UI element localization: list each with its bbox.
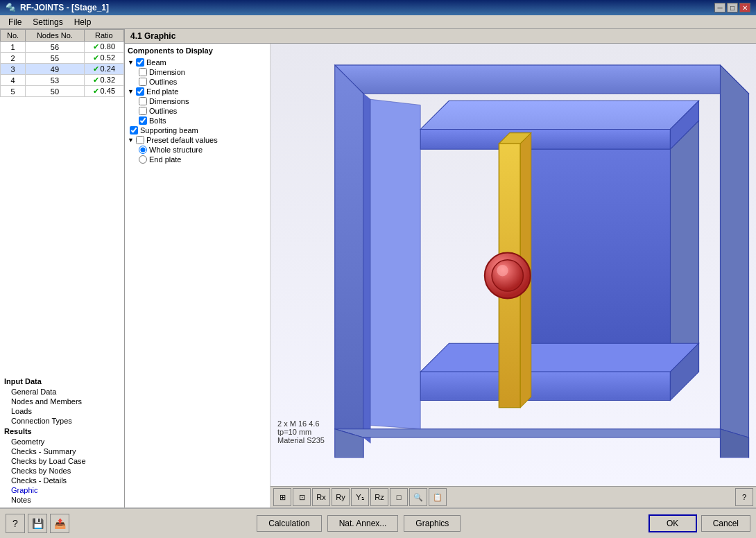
bolts-item[interactable]: Bolts xyxy=(128,116,267,125)
endplate-outlines-item[interactable]: Outlines xyxy=(128,106,267,116)
supporting-beam-checkbox[interactable] xyxy=(130,126,138,134)
table-row[interactable]: 5 50 ✔0.45 xyxy=(1,86,124,97)
end-plate-radio-item[interactable]: End plate xyxy=(128,155,267,164)
endplate-dimensions-item[interactable]: Dimensions xyxy=(128,96,267,106)
info-line3: Material S235 xyxy=(277,436,325,444)
table-row[interactable]: 4 53 ✔0.32 xyxy=(1,75,124,86)
preset-item[interactable]: ▼ Preset default values xyxy=(128,135,267,145)
nav-nodes-members[interactable]: Nodes and Members xyxy=(0,397,124,406)
svg-marker-1 xyxy=(335,65,363,458)
toolbar-btn-6[interactable]: Rz xyxy=(370,488,388,506)
endplate-item[interactable]: ▼ End plate xyxy=(128,87,267,96)
cell-node: 49 xyxy=(26,64,84,75)
preset-expand: ▼ xyxy=(128,137,134,144)
nav-general-data[interactable]: General Data xyxy=(0,387,124,397)
beam-outlines-item[interactable]: Outlines xyxy=(128,77,267,87)
nav-loads[interactable]: Loads xyxy=(0,406,124,416)
beam-item[interactable]: ▼ Beam xyxy=(128,58,267,67)
beam-outlines-checkbox[interactable] xyxy=(139,78,147,86)
menu-settings[interactable]: Settings xyxy=(27,16,68,28)
graphics-button[interactable]: Graphics xyxy=(404,515,461,532)
toolbar-btn-2[interactable]: ⊡ xyxy=(293,488,311,506)
toolbar-btn-7[interactable]: □ xyxy=(390,488,408,506)
toolbar-btn-4[interactable]: Ry xyxy=(332,488,350,506)
input-data-label: Input Data xyxy=(0,376,124,387)
svg-marker-11 xyxy=(670,121,698,372)
graphic-area: 2 x M 16 4.6 tp=10 mm Material S235 ⊞ ⊡ … xyxy=(270,44,756,507)
nav-notes[interactable]: Notes xyxy=(0,495,124,505)
toolbar-btn-help[interactable]: ? xyxy=(735,488,753,506)
nav-checks-nodes[interactable]: Checks by Nodes xyxy=(0,466,124,476)
beam-checkbox[interactable] xyxy=(136,58,144,67)
toolbar-btn-1[interactable]: ⊞ xyxy=(273,488,291,506)
close-button[interactable]: ✕ xyxy=(739,3,750,12)
whole-structure-label: Whole structure xyxy=(149,146,203,154)
supporting-beam-label: Supporting beam xyxy=(140,126,198,134)
components-title: Components to Display xyxy=(128,46,267,55)
svg-point-21 xyxy=(497,265,508,276)
nat-annex-button[interactable]: Nat. Annex... xyxy=(327,515,399,532)
cell-node: 55 xyxy=(26,53,84,64)
calculation-button[interactable]: Calculation xyxy=(257,515,321,532)
svg-marker-2 xyxy=(720,65,748,458)
whole-structure-item[interactable]: Whole structure xyxy=(128,145,267,155)
beam-dimension-checkbox[interactable] xyxy=(139,68,147,76)
window-title: RF-JOINTS - [Stage_1] xyxy=(20,3,109,12)
right-panel: 4.1 Graphic Components to Display ▼ Beam… xyxy=(125,29,756,507)
toolbar-btn-3[interactable]: Rx xyxy=(312,488,330,506)
info-line1: 2 x M 16 4.6 xyxy=(277,419,325,428)
toolbar-btn-5[interactable]: Y₁ xyxy=(351,488,369,506)
components-panel: Components to Display ▼ Beam Dimension O… xyxy=(125,44,270,507)
nav-geometry[interactable]: Geometry xyxy=(0,437,124,446)
endplate-outlines-checkbox[interactable] xyxy=(139,107,147,115)
menu-help[interactable]: Help xyxy=(69,16,97,28)
svg-marker-7 xyxy=(370,99,420,428)
preset-checkbox[interactable] xyxy=(136,136,144,144)
nav-checks-details[interactable]: Checks - Details xyxy=(0,476,124,485)
results-label: Results xyxy=(0,426,124,437)
table-row[interactable]: 2 55 ✔0.52 xyxy=(1,53,124,64)
minimize-button[interactable]: ─ xyxy=(714,3,725,12)
col-ratio: Ratio xyxy=(84,30,123,42)
svg-marker-0 xyxy=(335,65,749,94)
endplate-dimensions-checkbox[interactable] xyxy=(139,97,147,105)
ok-button[interactable]: OK xyxy=(648,514,697,532)
supporting-beam-item[interactable]: Supporting beam xyxy=(128,125,267,135)
col-no: No. xyxy=(1,30,26,42)
bottom-left: ? 💾 📤 xyxy=(6,514,69,533)
title-bar: 🔩 RF-JOINTS - [Stage_1] ─ □ ✕ xyxy=(0,0,756,15)
menu-file[interactable]: File xyxy=(3,16,27,28)
graphic-toolbar: ⊞ ⊡ Rx Ry Y₁ Rz □ 🔍 📋 ? xyxy=(270,486,756,507)
nodes-table: No. Nodes No. Ratio 1 56 ✔0.80 2 55 ✔0.5… xyxy=(0,29,124,97)
beam-label: Beam xyxy=(146,58,166,67)
end-plate-radio[interactable] xyxy=(139,155,147,164)
save-button[interactable]: 💾 xyxy=(28,514,47,533)
help-icon-button[interactable]: ? xyxy=(6,514,25,533)
table-row[interactable]: 1 56 ✔0.80 xyxy=(1,42,124,53)
svg-marker-8 xyxy=(420,101,698,129)
bolts-checkbox[interactable] xyxy=(139,116,147,125)
endplate-outlines-label: Outlines xyxy=(149,107,177,115)
export-button[interactable]: 📤 xyxy=(50,514,69,533)
nav-checks-summary[interactable]: Checks - Summary xyxy=(0,446,124,456)
whole-structure-radio[interactable] xyxy=(139,146,147,154)
info-line2: tp=10 mm xyxy=(277,428,325,436)
nav-graphic[interactable]: Graphic xyxy=(0,485,124,495)
preset-label: Preset default values xyxy=(146,136,218,144)
toolbar-btn-8[interactable]: 🔍 xyxy=(409,488,427,506)
cell-ratio: ✔0.24 xyxy=(84,64,123,75)
nav-checks-load-case[interactable]: Checks by Load Case xyxy=(0,456,124,466)
bolts-label: Bolts xyxy=(149,116,166,125)
col-nodes: Nodes No. xyxy=(26,30,84,42)
maximize-button[interactable]: □ xyxy=(727,3,738,12)
nav-connection-types[interactable]: Connection Types xyxy=(0,416,124,426)
graphic-canvas: 2 x M 16 4.6 tp=10 mm Material S235 xyxy=(270,44,756,486)
beam-dimension-label: Dimension xyxy=(149,68,185,76)
beam-dimension-item[interactable]: Dimension xyxy=(128,67,267,77)
table-row[interactable]: 3 49 ✔0.24 xyxy=(1,64,124,75)
cancel-button[interactable]: Cancel xyxy=(701,515,750,532)
cell-no: 1 xyxy=(1,42,26,53)
cell-no: 3 xyxy=(1,64,26,75)
endplate-checkbox[interactable] xyxy=(136,87,144,96)
toolbar-btn-9[interactable]: 📋 xyxy=(429,488,447,506)
